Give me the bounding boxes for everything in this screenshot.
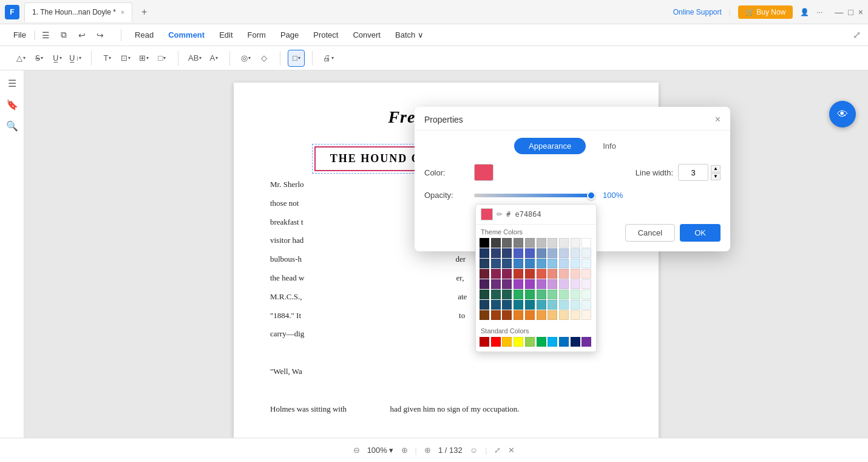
buy-now-button[interactable]: 🛒 Buy Now bbox=[738, 5, 793, 19]
color-cell[interactable] bbox=[559, 238, 569, 248]
color-cell[interactable] bbox=[502, 300, 512, 310]
menu-edit[interactable]: Edit bbox=[213, 28, 239, 42]
color-cell[interactable] bbox=[525, 290, 535, 299]
float-action-button[interactable]: 👁 bbox=[829, 101, 856, 127]
color-cell[interactable] bbox=[548, 279, 557, 289]
menu-page[interactable]: Page bbox=[274, 28, 305, 42]
fit-page-button[interactable]: ⊕ bbox=[424, 446, 431, 455]
color-cell[interactable] bbox=[514, 269, 523, 279]
color-cell[interactable] bbox=[502, 279, 512, 289]
color-cell[interactable] bbox=[559, 300, 569, 310]
color-cell[interactable] bbox=[571, 269, 580, 279]
color-cell[interactable] bbox=[548, 310, 557, 320]
cp-edit-icon[interactable]: ✏ bbox=[497, 210, 503, 219]
tool-underline-button[interactable]: U̲▾ bbox=[49, 50, 66, 67]
external-link-icon[interactable]: ⤢ bbox=[853, 29, 861, 41]
color-cell[interactable] bbox=[514, 310, 523, 320]
standard-color-cell[interactable] bbox=[514, 337, 523, 347]
color-cell[interactable] bbox=[525, 259, 535, 268]
color-cell[interactable] bbox=[571, 300, 580, 310]
toolbar-copy-icon[interactable]: ⧉ bbox=[55, 27, 72, 44]
color-cell[interactable] bbox=[571, 238, 580, 248]
menu-read[interactable]: Read bbox=[129, 28, 160, 42]
menu-convert[interactable]: Convert bbox=[347, 28, 387, 42]
color-cell[interactable] bbox=[571, 259, 580, 268]
color-cell[interactable] bbox=[491, 238, 501, 248]
online-support-link[interactable]: Online Support bbox=[673, 8, 722, 16]
color-cell[interactable] bbox=[537, 269, 546, 279]
dialog-close-button[interactable]: × bbox=[715, 114, 721, 125]
document-tab[interactable]: 1. The Houn...nan Doyle * × bbox=[24, 2, 132, 22]
color-cell[interactable] bbox=[514, 238, 523, 248]
color-cell[interactable] bbox=[548, 238, 557, 248]
color-cell[interactable] bbox=[514, 300, 523, 310]
color-cell[interactable] bbox=[548, 248, 557, 258]
zoom-value[interactable]: 100% ▾ bbox=[367, 446, 394, 455]
color-cell[interactable] bbox=[491, 279, 501, 289]
color-cell[interactable] bbox=[480, 269, 489, 279]
color-cell[interactable] bbox=[581, 269, 591, 279]
color-cell[interactable] bbox=[491, 269, 501, 279]
color-cell[interactable] bbox=[571, 290, 580, 299]
tool-ab-button[interactable]: AB▾ bbox=[186, 50, 204, 67]
line-width-up[interactable]: ▲ bbox=[711, 165, 721, 172]
color-cell[interactable] bbox=[571, 279, 580, 289]
standard-color-cell[interactable] bbox=[537, 337, 546, 347]
smiley-button[interactable]: ☺ bbox=[470, 446, 478, 455]
standard-color-cell[interactable] bbox=[502, 337, 512, 347]
zoom-in-button[interactable]: ⊕ bbox=[401, 446, 408, 455]
tool-note-button[interactable]: □▾ bbox=[154, 50, 171, 67]
color-cell[interactable] bbox=[581, 238, 591, 248]
sidebar-bookmark-icon[interactable]: 🔖 bbox=[6, 99, 18, 110]
color-cell[interactable] bbox=[548, 269, 557, 279]
standard-color-cell[interactable] bbox=[548, 337, 557, 347]
color-cell[interactable] bbox=[480, 259, 489, 268]
standard-color-cell[interactable] bbox=[525, 337, 535, 347]
menu-batch[interactable]: Batch ∨ bbox=[389, 28, 430, 42]
cancel-button[interactable]: Cancel bbox=[625, 224, 675, 242]
standard-color-cell[interactable] bbox=[559, 337, 569, 347]
color-cell[interactable] bbox=[480, 248, 489, 258]
color-cell[interactable] bbox=[502, 248, 512, 258]
color-cell[interactable] bbox=[514, 248, 523, 258]
standard-color-cell[interactable] bbox=[571, 337, 580, 347]
color-cell[interactable] bbox=[571, 248, 580, 258]
color-cell[interactable] bbox=[581, 290, 591, 299]
expand-button[interactable]: ⤢ bbox=[494, 446, 501, 455]
color-cell[interactable] bbox=[537, 279, 546, 289]
color-cell[interactable] bbox=[480, 300, 489, 310]
tool-print-button[interactable]: 🖨▾ bbox=[320, 50, 337, 67]
color-cell[interactable] bbox=[537, 248, 546, 258]
color-cell[interactable] bbox=[548, 259, 557, 268]
color-cell[interactable] bbox=[480, 279, 489, 289]
tool-stamp-button[interactable]: ⊞▾ bbox=[135, 50, 152, 67]
standard-color-cell[interactable] bbox=[480, 337, 489, 347]
tool-underline2-button[interactable]: U̲|▾ bbox=[67, 50, 84, 67]
color-cell[interactable] bbox=[514, 259, 523, 268]
color-cell[interactable] bbox=[502, 290, 512, 299]
close-window-button[interactable]: × bbox=[858, 7, 863, 17]
color-cell[interactable] bbox=[548, 300, 557, 310]
color-cell[interactable] bbox=[525, 248, 535, 258]
color-cell[interactable] bbox=[491, 248, 501, 258]
new-tab-button[interactable]: + bbox=[137, 5, 152, 19]
ok-button[interactable]: OK bbox=[680, 224, 721, 242]
color-cell[interactable] bbox=[581, 300, 591, 310]
color-cell[interactable] bbox=[559, 279, 569, 289]
color-swatch[interactable] bbox=[474, 164, 493, 181]
maximize-button[interactable]: □ bbox=[848, 7, 853, 17]
color-cell[interactable] bbox=[525, 279, 535, 289]
bottombar-close-button[interactable]: ✕ bbox=[508, 446, 515, 455]
color-cell[interactable] bbox=[514, 279, 523, 289]
color-cell[interactable] bbox=[559, 310, 569, 320]
line-width-down[interactable]: ▼ bbox=[711, 173, 721, 180]
color-cell[interactable] bbox=[581, 279, 591, 289]
color-cell[interactable] bbox=[537, 259, 546, 268]
color-cell[interactable] bbox=[491, 259, 501, 268]
standard-color-cell[interactable] bbox=[581, 337, 591, 347]
menu-protect[interactable]: Protect bbox=[307, 28, 344, 42]
tool-highlight-button[interactable]: △▾ bbox=[12, 50, 29, 67]
color-cell[interactable] bbox=[502, 269, 512, 279]
color-cell[interactable] bbox=[502, 310, 512, 320]
color-cell[interactable] bbox=[537, 300, 546, 310]
